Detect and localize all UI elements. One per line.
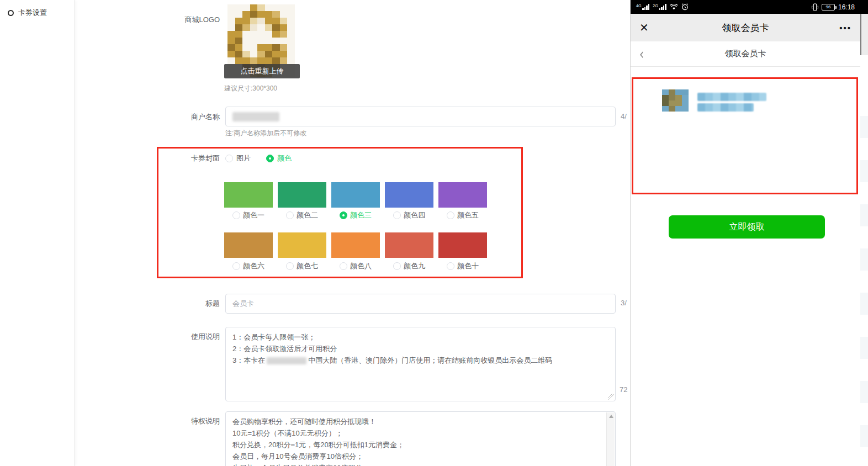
alarm-clock-icon [681,3,689,10]
color-radio-label: 颜色八 [350,262,372,270]
color-radio-label: 颜色三 [350,211,372,219]
color-radio-3[interactable]: 颜色三 [331,210,380,220]
color-radio-1[interactable]: 颜色一 [224,210,273,220]
sliver-header-strip [860,14,868,55]
cover-option-color[interactable]: 颜色 [266,153,292,163]
color-swatch-3[interactable] [331,182,380,208]
color-radio-5[interactable]: 颜色五 [438,210,487,220]
color-radio-6[interactable]: 颜色六 [224,261,273,271]
merchant-name-input[interactable] [225,107,616,126]
adjacent-window-sliver [860,0,868,466]
radio-checked-icon [340,211,347,219]
card-shine [669,86,807,92]
wifi-icon [670,4,678,10]
radio-unchecked-icon [225,155,233,162]
radio-unchecked-icon [286,211,294,219]
merchant-name-counter: 4/ [621,112,627,120]
sliver-statusbar-strip [860,0,868,14]
scroll-up-arrow-icon[interactable] [609,415,613,418]
title-input[interactable] [225,294,616,314]
color-radio-label: 颜色四 [404,211,425,219]
usage-label: 使用说明 [109,332,220,342]
card-title-pixelated-line1 [697,93,766,101]
usage-line-3: 3：本卡在中国大陆（香港、澳门除外）门店使用；请在结账前向收银员出示会员二维码 [232,354,608,366]
privilege-textarea[interactable]: 会员购物享积分，还可随时使用积分抵现哦！ 10元=1积分（不满10元无积分）； … [225,411,616,466]
radio-unchecked-icon [447,262,454,270]
color-radio-label: 颜色九 [404,262,425,270]
color-radio-9[interactable]: 颜色九 [385,261,433,271]
wechat-header: 领取会员卡 ✕ ••• [631,14,860,41]
color-radio-label: 颜色一 [243,211,264,219]
color-radio-label: 颜色五 [457,211,479,219]
status-time: 16:18 [838,3,855,11]
signal-4g-icon: 4G [636,4,649,10]
radio-circle-icon [8,10,14,16]
censored-brand-name [267,357,306,364]
color-radio-4[interactable]: 颜色四 [385,210,433,220]
color-radio-2[interactable]: 颜色二 [278,210,326,220]
color-radio-10[interactable]: 颜色十 [438,261,487,271]
card-settings-form: 商城LOGO 点击重新上传 建议尺寸:300*300 商户名称 注:商户名称添加… [75,0,630,466]
usage-textarea[interactable]: 1：会员卡每人限领一张； 2：会员卡领取激活后才可用积分 3：本卡在中国大陆（香… [225,327,616,401]
cover-option-image[interactable]: 图片 [225,153,251,163]
card-cover-label: 卡券封面 [109,153,220,163]
card-title-pixelated-line2 [697,103,754,112]
sliver-rows-strip [860,94,868,466]
page-title: 领取会员卡 [631,49,860,59]
battery-icon: 96 [822,4,835,10]
color-swatch-8[interactable] [331,232,380,258]
phone-preview-panel: 4G 2G 96 16:18 领取会员卡 ✕ ••• [630,0,860,466]
title-counter: 3/ [621,299,627,307]
radio-unchecked-icon [286,262,294,270]
more-menu-icon[interactable]: ••• [839,23,851,33]
color-swatch-10[interactable] [438,232,487,258]
color-swatch-2[interactable] [278,182,326,208]
color-radio-7[interactable]: 颜色七 [278,261,326,271]
status-bar: 4G 2G 96 16:18 [631,0,860,14]
color-swatch-4[interactable] [385,182,433,208]
textarea-resize-grip[interactable] [608,394,614,400]
color-radio-label: 颜色七 [297,262,318,270]
vibrate-icon [812,3,818,11]
logo-label: 商城LOGO [109,15,220,25]
merchant-name-note: 注:商户名称添加后不可修改 [225,129,306,138]
usage-line-2: 2：会员卡领取激活后才可用积分 [232,343,608,354]
radio-unchecked-icon [393,211,401,219]
usage-line-1: 1：会员卡每人限领一张； [232,331,608,343]
radio-unchecked-icon [232,211,240,219]
signal-2g-icon: 2G [653,4,666,10]
close-icon[interactable]: ✕ [639,21,649,34]
color-swatch-9[interactable] [385,232,433,258]
sidebar-item-label: 卡券设置 [18,8,47,18]
member-card-preview [653,84,844,186]
color-swatch-1[interactable] [224,182,273,208]
radio-unchecked-icon [447,211,454,219]
color-radio-label: 颜色二 [297,211,318,219]
sidebar-item-card-settings[interactable]: 卡券设置 [0,0,74,25]
usage-counter: 72 [620,385,627,394]
wechat-header-title: 领取会员卡 [631,22,860,34]
privilege-label: 特权说明 [109,416,220,426]
radio-checked-icon [266,155,274,162]
color-swatch-7[interactable] [278,232,326,258]
color-radio-8[interactable]: 颜色八 [331,261,380,271]
reupload-button[interactable]: 点击重新上传 [224,64,300,78]
color-swatch-6[interactable] [224,232,273,258]
merchant-name-censored-value [232,112,279,121]
color-swatch-5[interactable] [438,182,487,208]
card-logo-pixelated [662,89,689,112]
back-chevron-icon[interactable]: ‹ [639,45,644,62]
radio-unchecked-icon [232,262,240,270]
logo-upload-area[interactable]: 点击重新上传 [227,4,295,77]
privilege-text: 会员购物享积分，还可随时使用积分抵现哦！ 10元=1积分（不满10元无积分）； … [232,416,601,466]
privilege-scrollbar[interactable] [606,412,615,466]
color-radio-label: 颜色十 [457,262,479,270]
sidebar: 卡券设置 [0,0,75,466]
color-radio-label: 颜色六 [243,262,264,270]
radio-unchecked-icon [340,262,347,270]
logo-size-hint: 建议尺寸:300*300 [224,84,277,93]
radio-unchecked-icon [393,262,401,270]
page-subheader: 领取会员卡 ‹ [631,41,860,67]
title-label: 标题 [109,299,220,309]
claim-now-button[interactable]: 立即领取 [669,215,825,239]
